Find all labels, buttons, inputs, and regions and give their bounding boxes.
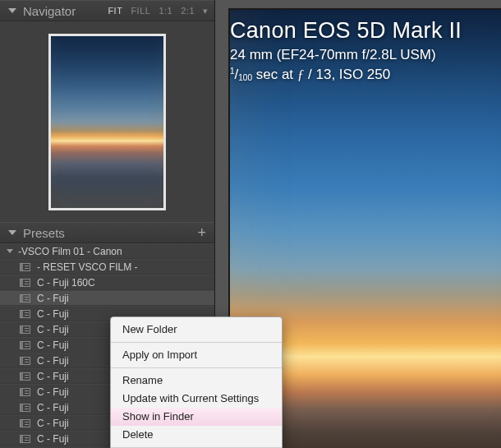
- preset-icon: [20, 294, 30, 303]
- zoom-fit[interactable]: FIT: [108, 6, 122, 16]
- menu-separator: [111, 367, 282, 368]
- preset-folder[interactable]: -VSCO Film 01 - Canon: [0, 243, 214, 259]
- preset-label: C - Fuji: [37, 324, 69, 335]
- menu-separator: [111, 342, 282, 343]
- exposure-info: 1/100 sec at ƒ / 13, ISO 250: [230, 67, 462, 83]
- preset-item[interactable]: - RESET VSCO FILM -: [0, 259, 214, 275]
- preset-icon: [20, 372, 30, 381]
- preset-icon: [20, 341, 30, 349]
- menu-item[interactable]: Show in Finder: [111, 408, 282, 426]
- preset-label: C - Fuji: [37, 371, 69, 382]
- presets-panel-header[interactable]: Presets +: [0, 222, 214, 243]
- zoom-fill[interactable]: FILL: [131, 6, 150, 16]
- zoom-2-1[interactable]: 2:1: [181, 6, 195, 16]
- menu-item[interactable]: Update with Current Settings: [111, 390, 282, 408]
- preset-icon: [20, 404, 30, 412]
- preset-icon: [20, 388, 30, 396]
- preset-label: C - Fuji: [37, 355, 69, 367]
- preset-icon: [20, 310, 30, 318]
- navigator-title: Navigator: [23, 4, 108, 18]
- preset-icon: [20, 263, 30, 271]
- collapse-icon: [8, 8, 16, 13]
- preset-icon: [20, 326, 30, 334]
- preset-label: - RESET VSCO FILM -: [37, 261, 137, 273]
- preset-label: C - Fuji: [37, 418, 69, 429]
- preset-icon: [20, 435, 30, 443]
- preset-label: C - Fuji: [37, 308, 69, 320]
- preset-label: C - Fuji: [37, 402, 69, 413]
- zoom-levels: FIT FILL 1:1 2:1 ▾: [108, 6, 206, 16]
- preset-icon: [20, 419, 30, 427]
- camera-model: Canon EOS 5D Mark II: [230, 18, 462, 44]
- navigator-panel-header[interactable]: Navigator FIT FILL 1:1 2:1 ▾: [0, 0, 214, 21]
- preset-label: C - Fuji: [37, 339, 69, 351]
- menu-item[interactable]: Rename: [111, 372, 282, 390]
- preset-label: C - Fuji: [37, 433, 69, 445]
- preset-label: C - Fuji 160C: [37, 277, 95, 289]
- preset-label: C - Fuji: [37, 386, 69, 398]
- context-menu: New FolderApply on ImportRenameUpdate wi…: [110, 316, 283, 448]
- zoom-more-icon[interactable]: ▾: [203, 6, 206, 16]
- zoom-1-1[interactable]: 1:1: [159, 6, 172, 16]
- collapse-icon: [8, 230, 16, 235]
- folder-expand-icon: [7, 249, 13, 253]
- navigator-thumbnail[interactable]: [48, 34, 166, 210]
- menu-item[interactable]: Apply on Import: [111, 346, 282, 364]
- presets-title: Presets: [23, 226, 197, 240]
- lens-info: 24 mm (EF24-70mm f/2.8L USM): [230, 47, 462, 63]
- preset-icon: [20, 357, 30, 365]
- menu-item[interactable]: Delete: [111, 426, 282, 444]
- preset-item[interactable]: C - Fuji 160C: [0, 275, 214, 290]
- menu-item[interactable]: New Folder: [111, 321, 282, 339]
- preset-item[interactable]: C - Fuji: [0, 290, 214, 306]
- navigator-body: [0, 21, 214, 222]
- photo-info-overlay: Canon EOS 5D Mark II 24 mm (EF24-70mm f/…: [230, 18, 462, 83]
- preset-icon: [20, 279, 30, 287]
- add-preset-button[interactable]: +: [197, 227, 206, 238]
- folder-label: -VSCO Film 01 - Canon: [18, 246, 122, 257]
- preset-label: C - Fuji: [37, 293, 69, 304]
